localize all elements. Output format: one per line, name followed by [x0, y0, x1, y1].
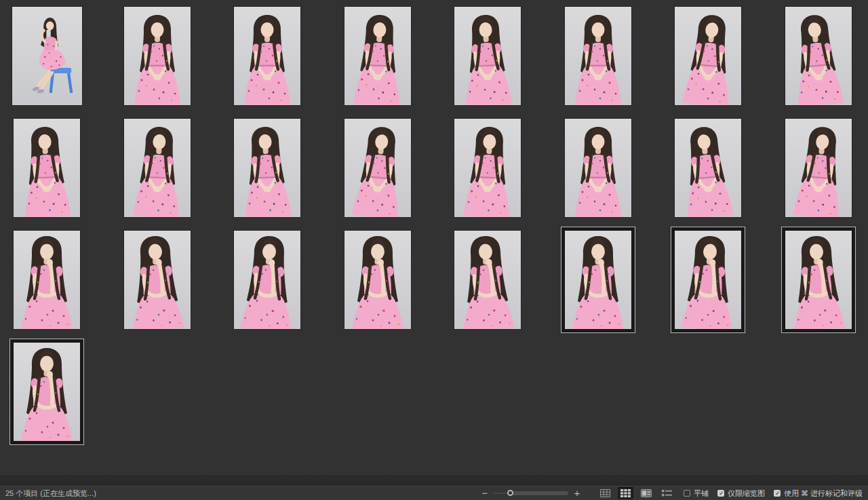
thumbnails-only-checkbox[interactable]: 仅限缩览图 — [717, 488, 765, 499]
thumbnail-grid-view-icon — [620, 489, 631, 497]
status-bar: 25 个项目 (正在生成预览...) − + — [0, 486, 868, 500]
tile-checkbox-label: 平铺 — [694, 488, 709, 499]
thumbnail-view-button[interactable] — [618, 487, 633, 499]
thumbnails-only-checkbox-label: 仅限缩览图 — [728, 488, 765, 499]
photo-thumbnail[interactable] — [675, 7, 741, 105]
photo-thumbnail[interactable] — [124, 119, 191, 217]
photo-thumbnail[interactable] — [234, 119, 300, 217]
photo-thumbnail[interactable] — [454, 231, 521, 329]
tile-checkbox[interactable]: 平铺 — [684, 488, 709, 499]
cmd-rating-checkbox-label: 使用 ⌘ 进行标记和评级 — [784, 488, 863, 499]
details-view-button[interactable] — [638, 487, 654, 499]
slider-thumb[interactable] — [507, 490, 513, 496]
photo-thumbnail[interactable] — [124, 231, 191, 329]
photo-thumbnail[interactable] — [785, 231, 852, 329]
photo-thumbnail[interactable] — [14, 343, 80, 441]
photo-thumbnail[interactable] — [344, 7, 411, 105]
photo-thumbnail[interactable] — [12, 7, 82, 105]
photo-thumbnail[interactable] — [565, 7, 631, 105]
slider-track-filled[interactable] — [510, 491, 568, 495]
photo-thumbnail[interactable] — [454, 119, 521, 217]
grid-lock-icon — [600, 489, 610, 497]
photo-thumbnail[interactable] — [14, 119, 80, 217]
photo-thumbnail[interactable] — [344, 231, 411, 329]
zoom-in-button[interactable]: + — [572, 488, 582, 498]
cmd-rating-checkbox[interactable]: 使用 ⌘ 进行标记和评级 — [774, 488, 863, 499]
cmd-rating-checkbox-box[interactable] — [774, 490, 781, 497]
photo-thumbnail[interactable] — [675, 119, 741, 217]
photo-thumbnail[interactable] — [234, 231, 300, 329]
photo-thumbnail[interactable] — [14, 231, 80, 329]
zoom-out-button[interactable]: − — [480, 488, 490, 498]
thumbnail-size-slider[interactable] — [494, 488, 568, 498]
content-area — [0, 0, 868, 476]
photo-thumbnail[interactable] — [565, 119, 631, 217]
photo-thumbnail[interactable] — [454, 7, 521, 105]
tile-checkbox-box[interactable] — [684, 490, 690, 497]
thumbnail-grid — [14, 7, 852, 441]
photo-thumbnail[interactable] — [785, 7, 852, 105]
details-view-icon — [641, 489, 652, 497]
grid-lock-button[interactable] — [597, 487, 613, 499]
item-count-status: 25 个项目 (正在生成预览...) — [0, 488, 96, 499]
photo-thumbnail[interactable] — [234, 7, 300, 105]
list-view-icon — [662, 489, 672, 497]
photo-thumbnail[interactable] — [675, 231, 741, 329]
horizontal-scrollbar-track[interactable] — [0, 476, 868, 486]
list-view-button[interactable] — [659, 487, 675, 499]
photo-thumbnail[interactable] — [785, 119, 852, 217]
photo-thumbnail[interactable] — [565, 231, 631, 329]
photo-thumbnail[interactable] — [124, 7, 191, 105]
photo-thumbnail[interactable] — [344, 119, 411, 217]
thumbnails-only-checkbox-box[interactable] — [717, 490, 724, 497]
